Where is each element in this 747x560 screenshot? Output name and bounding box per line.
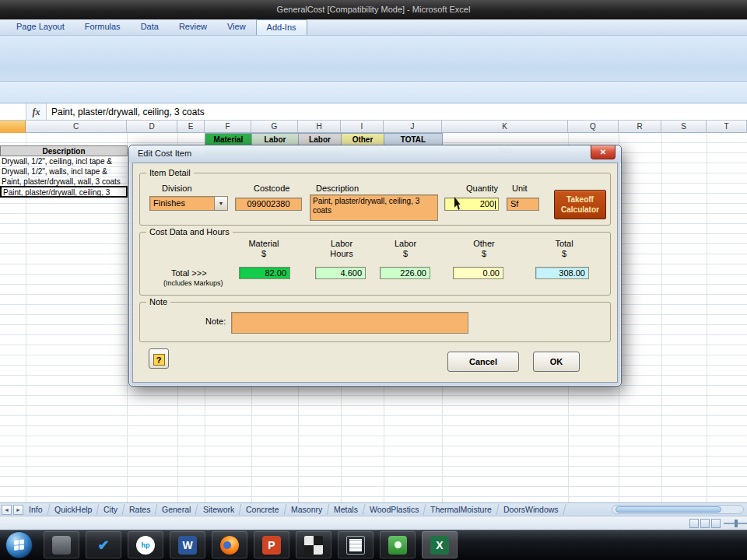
sheet-tab-doorswindows[interactable]: DoorsWindows bbox=[497, 504, 566, 515]
other-total-field[interactable]: 0.00 bbox=[453, 267, 503, 279]
formula-input[interactable]: Paint, plaster/drywall, ceiling, 3 coats bbox=[47, 103, 747, 120]
column-header-q[interactable]: Q bbox=[568, 121, 619, 133]
column-header-f[interactable]: F bbox=[205, 121, 251, 133]
sheet-tab-masonry[interactable]: Masonry bbox=[284, 504, 329, 515]
column-header-s[interactable]: S bbox=[661, 121, 707, 133]
unit-field[interactable]: Sf bbox=[507, 198, 539, 211]
checkmark-icon: ✔ bbox=[94, 536, 113, 555]
takeoff-calculator-button[interactable]: Takeoff Calculator bbox=[554, 190, 606, 219]
row-paint-ceiling-selected[interactable]: Paint, plaster/drywall, ceiling, 3 bbox=[0, 186, 128, 198]
firefox-icon bbox=[220, 536, 239, 555]
taskbar-item-generic-app[interactable] bbox=[44, 531, 79, 558]
sheet-tab-concrete[interactable]: Concrete bbox=[240, 504, 287, 515]
material-total-field[interactable]: 82.00 bbox=[239, 267, 290, 279]
band-header-material[interactable]: Material bbox=[205, 133, 252, 145]
view-normal-icon[interactable] bbox=[689, 519, 699, 528]
sheet-tab-metals[interactable]: Metals bbox=[327, 504, 365, 515]
column-header-t[interactable]: T bbox=[707, 121, 747, 133]
band-header-labor-1[interactable]: Labor bbox=[251, 133, 299, 145]
tab-add-ins[interactable]: Add-Ins bbox=[256, 19, 307, 35]
taskbar-item-word[interactable]: W bbox=[170, 531, 205, 558]
tab-formulas[interactable]: Formulas bbox=[75, 19, 131, 35]
sheet-tab-general[interactable]: General bbox=[156, 504, 198, 515]
tab-review[interactable]: Review bbox=[169, 19, 217, 35]
sheet-tab-city[interactable]: City bbox=[96, 504, 124, 515]
sheet-tab-info[interactable]: Info bbox=[23, 504, 50, 515]
tab-view[interactable]: View bbox=[217, 19, 256, 35]
tab-data[interactable]: Data bbox=[131, 19, 169, 35]
note-field[interactable] bbox=[231, 312, 468, 334]
notepad-icon bbox=[346, 536, 365, 555]
tab-page-layout[interactable]: Page Layout bbox=[6, 19, 75, 35]
row-drywall-walls[interactable]: Drywall, 1/2", walls, incl tape & bbox=[0, 166, 128, 177]
costcode-label: Costcode bbox=[254, 184, 289, 193]
note-label: Note: bbox=[205, 317, 226, 326]
column-header-d[interactable]: D bbox=[127, 121, 177, 133]
view-page-layout-icon[interactable] bbox=[700, 519, 710, 528]
unit-label: Unit bbox=[512, 184, 528, 193]
quantity-field[interactable]: 200 bbox=[444, 198, 499, 211]
status-bar bbox=[0, 516, 747, 530]
description-column-header[interactable]: Description bbox=[0, 145, 128, 156]
fx-icon[interactable]: fx bbox=[26, 103, 47, 120]
sheet-tab-quickhelp[interactable]: QuickHelp bbox=[47, 504, 99, 515]
dialog-titlebar[interactable]: Edit Cost Item ✕ bbox=[129, 145, 621, 163]
text-caret bbox=[495, 201, 496, 209]
labor-hours-field[interactable]: 4.600 bbox=[315, 267, 366, 279]
column-header-g[interactable]: G bbox=[251, 121, 298, 133]
column-header-i[interactable]: I bbox=[341, 121, 384, 133]
column-header-j[interactable]: J bbox=[384, 121, 442, 133]
taskbar-item-sync[interactable]: ✔ bbox=[86, 531, 121, 558]
sheet-tab-woodplastics[interactable]: WoodPlastics bbox=[363, 504, 426, 515]
word-icon: W bbox=[178, 536, 197, 555]
chevron-down-icon[interactable]: ▼ bbox=[214, 197, 227, 210]
dialog-title: Edit Cost Item bbox=[138, 149, 191, 158]
cost-data-legend: Cost Data and Hours bbox=[146, 227, 233, 236]
description-field[interactable]: Paint, plaster/drywall, ceiling, 3 coats bbox=[310, 194, 438, 221]
taskbar-item-excel[interactable]: X bbox=[422, 531, 458, 558]
help-button[interactable]: ? bbox=[149, 348, 169, 369]
column-header-k[interactable]: K bbox=[442, 121, 568, 133]
band-header-labor-2[interactable]: Labor bbox=[298, 133, 342, 145]
column-header-corner[interactable] bbox=[0, 121, 26, 133]
taskbar-item-pinned[interactable] bbox=[380, 531, 416, 558]
sheet-tab-label: ThermalMoisture bbox=[430, 505, 492, 514]
cost-header-total-line1: Total bbox=[555, 239, 573, 248]
taskbar-item-media[interactable] bbox=[296, 531, 331, 558]
sheet-tab-thermalmoisture[interactable]: ThermalMoisture bbox=[424, 504, 500, 515]
zoom-slider-knob[interactable] bbox=[735, 520, 738, 527]
window-title: GeneralCost [Compatibility Mode] - Micro… bbox=[277, 5, 471, 14]
sheet-tab-rates[interactable]: Rates bbox=[123, 504, 158, 515]
ok-button[interactable]: OK bbox=[533, 352, 580, 372]
band-header-total[interactable]: TOTAL bbox=[384, 133, 443, 145]
view-page-break-icon[interactable] bbox=[711, 519, 721, 528]
window-titlebar[interactable]: GeneralCost [Compatibility Mode] - Micro… bbox=[0, 0, 747, 19]
horizontal-scrollbar[interactable] bbox=[612, 505, 744, 514]
column-header-c[interactable]: C bbox=[26, 121, 127, 133]
band-header-other[interactable]: Other bbox=[341, 133, 384, 145]
division-select[interactable]: Finishes ▼ bbox=[149, 196, 228, 211]
quantity-value: 200 bbox=[480, 199, 494, 208]
close-icon[interactable]: ✕ bbox=[591, 145, 615, 159]
taskbar-item-notepad[interactable] bbox=[338, 531, 374, 558]
column-header-e[interactable]: E bbox=[177, 121, 205, 133]
taskbar-item-powerpoint[interactable]: P bbox=[254, 531, 289, 558]
costcode-field[interactable]: 099002380 bbox=[235, 198, 302, 211]
column-header-h[interactable]: H bbox=[298, 121, 341, 133]
tab-scroll-left-icon[interactable]: ◄ bbox=[2, 505, 12, 515]
cancel-button[interactable]: Cancel bbox=[447, 352, 519, 372]
horizontal-scrollbar-thumb[interactable] bbox=[615, 506, 721, 513]
taskbar-item-firefox[interactable] bbox=[212, 531, 247, 558]
grand-total-field[interactable]: 308.00 bbox=[535, 267, 589, 279]
start-button[interactable] bbox=[5, 531, 33, 558]
ribbon-body bbox=[0, 36, 747, 82]
column-header-r[interactable]: R bbox=[619, 121, 661, 133]
sheet-tab-sitework[interactable]: Sitework bbox=[196, 504, 241, 515]
name-box[interactable] bbox=[0, 103, 26, 120]
taskbar-item-hp[interactable]: hp bbox=[128, 531, 163, 558]
row-drywall-ceiling[interactable]: Drywall, 1/2", ceiling, incl tape & bbox=[0, 156, 128, 167]
cost-header-material: Material $ bbox=[237, 239, 291, 259]
labor-total-field[interactable]: 226.00 bbox=[380, 267, 430, 279]
cost-data-group: Cost Data and Hours Material $ Labor Hou… bbox=[139, 232, 611, 296]
cost-header-material-line1: Material bbox=[248, 239, 279, 248]
